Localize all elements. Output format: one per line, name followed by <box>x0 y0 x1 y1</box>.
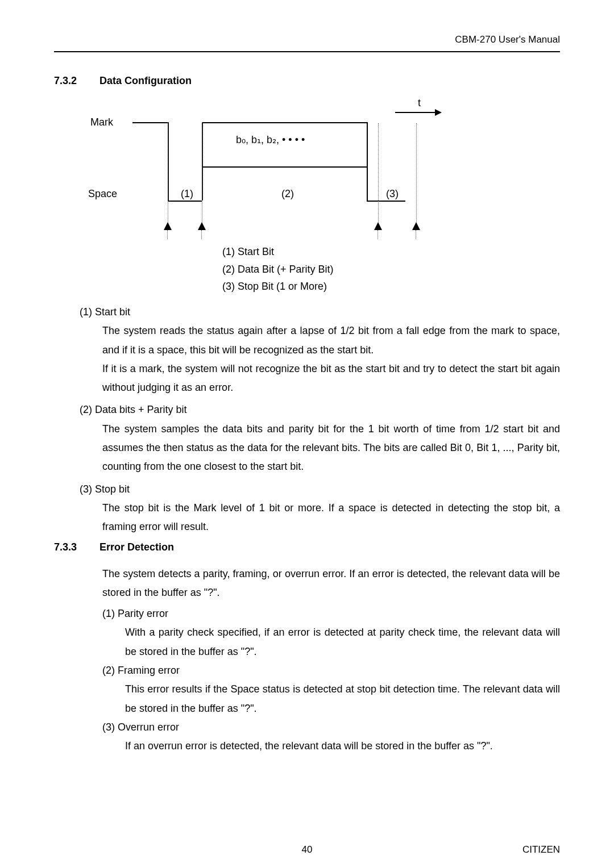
dashed-line <box>416 123 417 230</box>
wave-line <box>168 201 202 202</box>
caption-3: (3) Stop Bit (1 or More) <box>222 278 334 295</box>
up-arrow-icon <box>374 222 382 230</box>
para-stop-bit-1: The stop bit is the Mark level of 1 bit … <box>102 499 560 537</box>
timing-diagram: Mark Space t b₀, b₁, b₂, • • • • (1) (2)… <box>71 98 480 291</box>
up-arrow-icon <box>412 222 420 230</box>
para-start-bit-1: The system reads the status again after … <box>102 322 560 360</box>
item-parity-error: (1) Parity error <box>102 604 560 623</box>
section-title-data-config: Data Configuration <box>99 75 192 87</box>
wave-line <box>367 166 368 201</box>
mark-label: Mark <box>90 116 113 128</box>
up-arrow-icon <box>164 222 172 230</box>
para-parity-error: With a parity check specified, if an err… <box>125 623 560 661</box>
section-title-error-detection: Error Detection <box>99 541 174 553</box>
up-arrow-icon <box>198 222 206 230</box>
item-data-bits: (2) Data bits + Parity bit <box>80 400 560 419</box>
diagram-caption: (1) Start Bit (2) Data Bit (+ Parity Bit… <box>222 243 334 295</box>
item-start-bit: (1) Start bit <box>80 303 560 322</box>
dashed-line <box>378 123 379 230</box>
region-3-label: (3) <box>386 188 399 200</box>
brand-label: CITIZEN <box>522 844 560 856</box>
para-data-bits-1: The system samples the data bits and par… <box>102 420 560 477</box>
arrow-right-icon <box>395 112 441 113</box>
region-1-label: (1) <box>181 188 193 200</box>
para-start-bit-2: If it is a mark, the system will not rec… <box>102 360 560 398</box>
page-number: 40 <box>302 844 313 856</box>
section-number-732: 7.3.2 <box>54 75 99 87</box>
space-label: Space <box>88 188 117 200</box>
item-stop-bit: (3) Stop bit <box>80 480 560 499</box>
caption-2: (2) Data Bit (+ Parity Bit) <box>222 261 334 278</box>
wave-line <box>132 122 168 123</box>
bits-label: b₀, b₁, b₂, • • • • <box>236 133 305 146</box>
section-number-733: 7.3.3 <box>54 541 99 553</box>
para-overrun-error: If an overrun error is detected, the rel… <box>125 737 560 756</box>
item-framing-error: (2) Framing error <box>102 661 560 680</box>
para-error-intro: The system detects a parity, framing, or… <box>102 565 560 603</box>
caption-1: (1) Start Bit <box>222 243 334 261</box>
header-title: CBM-270 User's Manual <box>54 34 560 45</box>
region-2-label: (2) <box>281 188 294 200</box>
dashed-line <box>168 122 168 230</box>
dashed-line <box>202 122 202 230</box>
wave-line <box>202 122 367 123</box>
item-overrun-error: (3) Overrun error <box>102 718 560 737</box>
para-framing-error: This error results if the Space status i… <box>125 680 560 718</box>
wave-line <box>202 166 367 168</box>
header-divider <box>54 51 560 52</box>
t-label: t <box>418 97 421 109</box>
wave-line <box>367 201 405 202</box>
